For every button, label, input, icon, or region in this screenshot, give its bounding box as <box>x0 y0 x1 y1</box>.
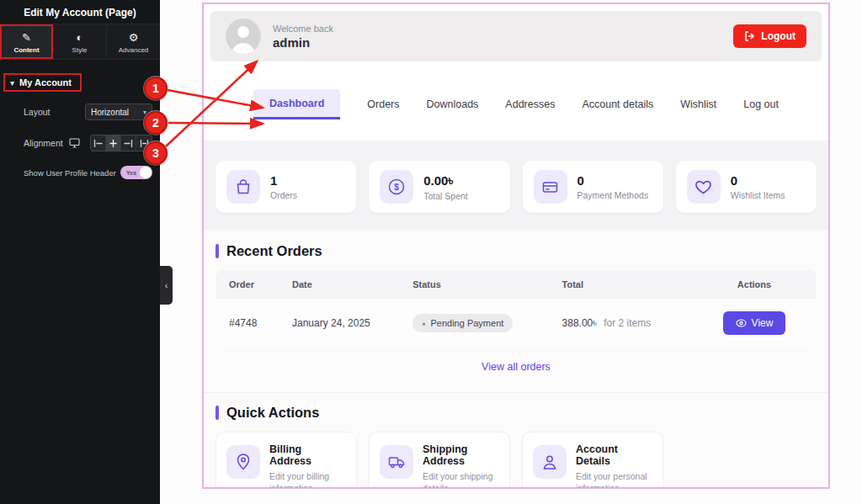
quick-card-shipping[interactable]: Shipping Address Edit your shipping deta… <box>369 432 510 489</box>
alignment-control-row: Alignment <box>0 135 160 151</box>
account-nav: Dashboard Orders Downloads Addresses Acc… <box>204 68 828 141</box>
order-total-note: for 2 items <box>604 317 651 329</box>
align-right-button[interactable] <box>121 135 136 151</box>
dollar-circle-icon: $ <box>380 170 413 204</box>
align-center-button[interactable] <box>106 135 121 151</box>
my-account-widget[interactable]: Welcome back admin Logout Dashboard Orde… <box>202 3 830 489</box>
stat-value: 0 <box>577 173 649 188</box>
elementor-panel: Edit My Account (Page) ✎ Content ◐ Style… <box>0 0 160 504</box>
stat-label: Wishlist Items <box>731 190 785 200</box>
nav-tab-addresses[interactable]: Addresses <box>505 90 555 119</box>
logout-button[interactable]: Logout <box>733 24 806 48</box>
orders-table-header: Order Date Status Total Actions <box>216 270 817 299</box>
alignment-label: Alignment <box>24 138 63 148</box>
stats-row: 1 Orders $ 0.00৳ Total Spent <box>204 141 828 230</box>
order-total: 388.00৳ <box>562 317 597 329</box>
nav-tab-account-details[interactable]: Account details <box>582 90 653 119</box>
tab-style-label: Style <box>55 46 104 54</box>
avatar <box>226 19 261 54</box>
logout-icon <box>744 31 755 41</box>
svg-text:$: $ <box>394 183 399 192</box>
heading-accent-bar <box>216 406 219 420</box>
quick-card-desc: Edit your shipping details <box>423 470 499 489</box>
tab-advanced[interactable]: ⚙ Advanced <box>107 24 160 59</box>
stat-card-payment-methods[interactable]: 0 Payment Methods <box>523 161 663 213</box>
stat-value: 0 <box>731 173 785 188</box>
orders-table: Order Date Status Total Actions #4748 Ja… <box>216 270 817 347</box>
chevron-left-icon: ‹ <box>165 280 168 290</box>
user-profile-header: Welcome back admin Logout <box>210 11 822 61</box>
annotation-step-2: 2 <box>144 111 168 135</box>
view-all-orders-link[interactable]: View all orders <box>482 361 551 373</box>
toggle-knob <box>140 167 152 178</box>
layout-select[interactable]: Horizontal ▾ <box>85 103 152 120</box>
stat-value: 0.00৳ <box>423 173 468 188</box>
stat-label: Payment Methods <box>577 190 649 200</box>
stat-label: Total Spent <box>423 191 468 201</box>
col-date: Date <box>292 279 412 289</box>
stat-label: Orders <box>270 190 297 200</box>
annotation-step-1: 1 <box>144 77 168 100</box>
heading-accent-bar <box>216 244 219 258</box>
col-actions: Actions <box>705 279 803 289</box>
user-icon <box>533 445 567 479</box>
col-status: Status <box>412 279 561 289</box>
tab-content-label: Content <box>2 46 51 54</box>
nav-tab-dashboard[interactable]: Dashboard <box>253 89 340 119</box>
truck-icon <box>380 445 413 479</box>
desktop-icon <box>69 138 80 148</box>
panel-title: Edit My Account (Page) <box>0 0 160 24</box>
stat-card-wishlist[interactable]: 0 Wishlist Items <box>676 161 817 213</box>
quick-card-billing[interactable]: Billing Address Edit your billing inform… <box>216 432 357 489</box>
view-button-label: View <box>752 317 774 329</box>
col-total: Total <box>562 279 706 289</box>
col-order: Order <box>229 279 292 289</box>
annotation-step-3: 3 <box>144 141 168 165</box>
shopping-bag-icon <box>226 170 260 204</box>
table-row: #4748 January 24, 2025 ● Pending Payment… <box>216 299 817 347</box>
nav-tab-logout[interactable]: Log out <box>743 90 779 119</box>
layout-control-row: Layout Horizontal ▾ <box>0 103 160 120</box>
heart-icon <box>687 170 721 204</box>
nav-tab-wishlist[interactable]: Wishlist <box>680 90 716 119</box>
username-text: admin <box>273 35 333 50</box>
map-pin-icon <box>226 445 260 479</box>
order-number: #4748 <box>229 317 292 329</box>
tab-advanced-label: Advanced <box>109 46 158 54</box>
nav-tab-orders[interactable]: Orders <box>367 90 399 119</box>
welcome-back-text: Welcome back <box>273 24 333 34</box>
show-header-control-row: Show User Profile Header Yes <box>0 166 160 179</box>
stat-card-orders[interactable]: 1 Orders <box>216 161 356 213</box>
panel-tab-bar: ✎ Content ◐ Style ⚙ Advanced <box>0 24 160 60</box>
align-left-button[interactable] <box>91 135 106 151</box>
stat-card-total-spent[interactable]: $ 0.00৳ Total Spent <box>369 161 509 213</box>
tab-style[interactable]: ◐ Style <box>53 24 107 59</box>
pencil-icon: ✎ <box>2 30 51 45</box>
show-header-label: Show User Profile Header <box>24 168 116 178</box>
quick-card-account[interactable]: Account Details Edit your personal infor… <box>522 432 663 489</box>
recent-orders-heading: Recent Orders <box>226 243 322 259</box>
section-my-account[interactable]: ▾ My Account <box>3 73 82 92</box>
toggle-value: Yes <box>126 170 136 176</box>
gear-icon: ⚙ <box>109 30 158 45</box>
status-text: Pending Payment <box>430 318 503 328</box>
status-dot-icon: ● <box>422 321 425 326</box>
credit-card-icon <box>534 170 567 204</box>
dashboard-content: 1 Orders $ 0.00৳ Total Spent <box>204 141 828 489</box>
layout-select-value: Horizontal <box>91 108 129 117</box>
alignment-button-group <box>90 135 152 151</box>
quick-card-desc: Edit your billing information <box>269 470 346 489</box>
collapse-panel-handle[interactable]: ‹ <box>160 266 173 305</box>
quick-card-title: Billing Address <box>269 443 346 467</box>
layout-label: Layout <box>24 107 51 117</box>
status-badge: ● Pending Payment <box>412 314 513 332</box>
show-header-toggle[interactable]: Yes <box>120 166 152 179</box>
recent-orders-section: Recent Orders Order Date Status Total Ac… <box>204 230 828 385</box>
nav-tab-downloads[interactable]: Downloads <box>427 90 479 119</box>
section-label: My Account <box>19 77 72 88</box>
view-order-button[interactable]: View <box>723 311 786 335</box>
my-account-section-row: ▾ My Account <box>3 73 160 92</box>
caret-down-icon: ▾ <box>10 78 14 88</box>
logout-label: Logout <box>761 30 795 42</box>
tab-content[interactable]: ✎ Content <box>0 24 53 59</box>
